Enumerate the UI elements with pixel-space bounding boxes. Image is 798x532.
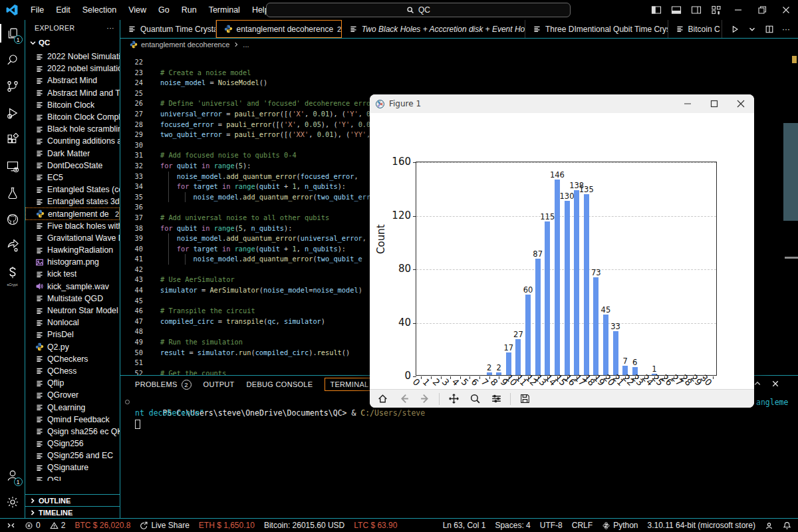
folder-qc[interactable]: QC <box>25 36 120 49</box>
file-item[interactable]: HawkingRadiation <box>25 244 120 256</box>
toolbar-save-button[interactable] <box>517 392 532 406</box>
menu-terminal[interactable]: Terminal <box>203 5 246 15</box>
menu-file[interactable]: File <box>25 5 50 15</box>
status-ln[interactable]: Ln 63, Col 1 <box>443 521 486 530</box>
file-item[interactable]: QSL <box>25 474 120 481</box>
file-item[interactable]: kick test <box>25 268 120 280</box>
file-item[interactable]: PrisDel <box>25 329 120 340</box>
status-crlf[interactable]: CRLF <box>572 521 593 530</box>
file-item[interactable]: kick_sample.wav <box>25 281 120 293</box>
toolbar-home-button[interactable] <box>375 392 390 406</box>
breadcrumb-file[interactable]: entanglement decoherence <box>141 41 229 49</box>
panel-tab-problems[interactable]: PROBLEMS2 <box>135 380 192 390</box>
panel-maximize-icon[interactable] <box>753 380 761 388</box>
figure-title-bar[interactable]: Figure 1 <box>370 94 754 113</box>
menu-run[interactable]: Run <box>176 5 203 15</box>
layout-sidebar-icon[interactable] <box>646 0 666 20</box>
status-warning[interactable]: 2 <box>50 521 66 530</box>
editor-tab[interactable]: entanglement decoherence2 <box>216 20 342 38</box>
toolbar-forward-button[interactable] <box>418 392 432 406</box>
file-item[interactable]: 2022 Nobel Simulatio... <box>25 51 120 63</box>
panel-tab-terminal[interactable]: TERMINAL <box>325 378 374 391</box>
status-ltc[interactable]: LTC $ 63.90 <box>354 521 397 530</box>
window-close-button[interactable] <box>774 0 798 20</box>
file-item[interactable]: QGrover <box>25 389 120 401</box>
file-item[interactable]: QLearning <box>25 401 120 413</box>
status-remote[interactable] <box>7 521 15 530</box>
file-item[interactable]: Gravitational Wave D... <box>25 232 120 244</box>
status-utf8[interactable]: UTF-8 <box>540 521 563 530</box>
file-item[interactable]: Dark Matter <box>25 148 120 160</box>
file-item[interactable]: Nonlocal <box>25 317 120 329</box>
figure-minimize-button[interactable] <box>674 94 701 113</box>
file-item[interactable]: Multistate QGD <box>25 293 120 305</box>
file-item[interactable]: Abstract Mind <box>25 74 120 86</box>
file-item[interactable]: histogram.png <box>25 256 120 268</box>
file-item[interactable]: Qflip <box>25 377 120 389</box>
menu-view[interactable]: View <box>122 5 152 15</box>
activity-gear-icon[interactable] <box>0 489 25 515</box>
status-liveshare[interactable]: Live Share <box>140 521 189 530</box>
outline-section[interactable]: OUTLINE <box>25 494 120 506</box>
command-search-box[interactable]: QC <box>266 3 571 17</box>
activity-scm-icon[interactable] <box>0 73 25 100</box>
activity-remote-explorer-icon[interactable] <box>0 153 25 180</box>
file-item[interactable]: DontDecoState <box>25 160 120 172</box>
activity-github-icon[interactable] <box>0 206 25 233</box>
activity-debug-icon[interactable] <box>0 100 25 126</box>
file-item[interactable]: Abstract Mind and Ti... <box>25 87 120 99</box>
status-error[interactable]: 0 <box>25 521 41 530</box>
editor-more-actions[interactable]: ··· <box>782 25 790 34</box>
toolbar-pan-button[interactable] <box>446 392 461 406</box>
matplotlib-figure-window[interactable]: Figure 1 Count 0408012016001234567282917… <box>370 94 754 408</box>
window-minimize-button[interactable] <box>726 0 750 20</box>
editor-tab[interactable]: Quantum Time Crystal <box>120 20 216 38</box>
toolbar-subplots-button[interactable] <box>489 392 503 406</box>
file-item[interactable]: entanglement de...2 <box>25 207 120 219</box>
figure-close-button[interactable] <box>728 94 754 113</box>
run-dropdown-icon[interactable] <box>747 25 757 34</box>
file-item[interactable]: Black hole scrambling <box>25 123 120 135</box>
window-restore-button[interactable] <box>750 0 774 20</box>
activity-extensions-icon[interactable] <box>0 126 25 153</box>
status-python-lang[interactable]: Python <box>602 521 638 530</box>
terminal[interactable]: PS C:\Users\steve\OneDrive\Documents\QC>… <box>120 393 798 518</box>
editor-tab[interactable]: Bitcoin C <box>668 20 722 38</box>
file-item[interactable]: Bitcoin Clock Complex <box>25 111 120 123</box>
activity-testing-icon[interactable] <box>0 180 25 206</box>
status-bitcoin[interactable]: Bitcoin: 26015.60 USD <box>264 521 344 530</box>
figure-maximize-button[interactable] <box>701 94 728 113</box>
file-item[interactable]: Q2.py <box>25 341 120 353</box>
split-editor-button[interactable] <box>765 25 774 34</box>
file-item[interactable]: Entangled states 3d <box>25 196 120 207</box>
file-item[interactable]: QSign256 and EC <box>25 450 120 462</box>
file-item[interactable]: Entangled States (cen... <box>25 184 120 196</box>
activity-files-icon[interactable]: 1 <box>0 20 25 47</box>
status-feedback[interactable] <box>765 521 773 530</box>
file-item[interactable]: QSign256 <box>25 438 120 450</box>
menu-selection[interactable]: Selection <box>76 5 122 15</box>
file-item[interactable]: Qmind Feedback <box>25 414 120 426</box>
activity-share-icon[interactable] <box>0 233 25 259</box>
toolbar-back-button[interactable] <box>396 392 411 406</box>
file-item[interactable]: Neutron Star Model <box>25 305 120 317</box>
run-button[interactable] <box>730 25 739 34</box>
file-item[interactable]: Counting additions a... <box>25 135 120 147</box>
layout-sidebar-right-icon[interactable] <box>686 0 706 20</box>
file-item[interactable]: 2022 nobel simulatio... <box>25 63 120 74</box>
menu-go[interactable]: Go <box>152 5 176 15</box>
editor-scrollbar[interactable] <box>783 123 798 221</box>
file-item[interactable]: QCheckers <box>25 353 120 365</box>
editor-tab[interactable]: Two Black Holes + Acccretion disk + Even… <box>342 20 525 38</box>
file-item[interactable]: EC5 <box>25 172 120 184</box>
file-item[interactable]: QChess <box>25 365 120 377</box>
activity-account-icon[interactable]: 1 <box>0 462 25 489</box>
timeline-section[interactable]: TIMELINE <box>25 506 120 518</box>
file-item[interactable]: Five black holes with hr <box>25 220 120 232</box>
activity-search-icon[interactable] <box>0 47 25 73</box>
layout-panel-icon[interactable] <box>666 0 686 20</box>
toolbar-zoom-button[interactable] <box>467 392 482 406</box>
menu-edit[interactable]: Edit <box>50 5 76 15</box>
file-item[interactable]: Bitcoin Clock <box>25 99 120 111</box>
layout-grid-icon[interactable] <box>706 0 726 20</box>
